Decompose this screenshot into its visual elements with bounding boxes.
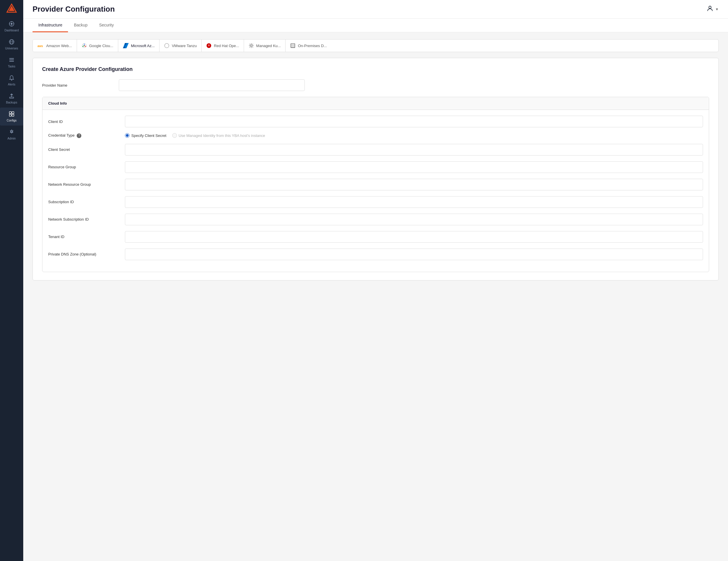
form-title: Create Azure Provider Configuration xyxy=(42,66,709,72)
tab-security[interactable]: Security xyxy=(93,19,120,32)
subscription-id-input[interactable] xyxy=(125,196,703,208)
gcp-icon xyxy=(82,43,87,48)
subscription-id-row: Subscription ID xyxy=(48,196,703,208)
azure-icon xyxy=(123,43,129,48)
provider-tab-aws-label: Amazon Web... xyxy=(46,44,72,48)
dashboard-icon xyxy=(9,21,15,28)
provider-name-input[interactable] xyxy=(119,79,305,91)
svg-rect-19 xyxy=(9,114,11,116)
tenant-id-input[interactable] xyxy=(125,231,703,243)
private-dns-zone-label: Private DNS Zone (Optional) xyxy=(48,252,118,256)
page-title: Provider Configuration xyxy=(33,5,115,14)
vmware-icon xyxy=(164,43,169,48)
sidebar-item-universes-label: Universes xyxy=(5,47,18,50)
provider-tab-aws[interactable]: aws Amazon Web... xyxy=(33,40,77,52)
svg-point-27 xyxy=(165,44,169,48)
sidebar-item-configs[interactable]: Configs xyxy=(0,107,23,125)
tab-backup[interactable]: Backup xyxy=(68,19,93,32)
radio-specify-secret-label: Specify Client Secret xyxy=(131,133,166,138)
aws-icon: aws xyxy=(37,44,44,48)
content-area: aws Amazon Web... Google Clou... Microso… xyxy=(23,32,728,561)
chevron-down-icon: ▼ xyxy=(715,7,719,11)
radio-option-managed-identity[interactable]: Use Managed Identity from this YBA host'… xyxy=(172,133,265,138)
azure-form-card: Create Azure Provider Configuration Prov… xyxy=(33,58,719,280)
tasks-icon xyxy=(9,57,15,64)
private-dns-zone-row: Private DNS Zone (Optional) xyxy=(48,248,703,260)
provider-name-label: Provider Name xyxy=(42,83,112,87)
sidebar-item-alerts-label: Alerts xyxy=(8,83,15,86)
subscription-id-label: Subscription ID xyxy=(48,200,118,204)
sidebar-item-admin[interactable]: Admin xyxy=(0,125,23,144)
credential-type-label: Credential Type ? xyxy=(48,133,118,138)
provider-tab-managed[interactable]: Managed Ku... xyxy=(244,40,286,52)
cloud-info-section: Cloud Info Client ID Credential Type ? xyxy=(42,97,709,272)
onprem-icon xyxy=(290,43,295,48)
backups-icon xyxy=(9,93,15,100)
radio-managed-identity[interactable] xyxy=(172,133,177,138)
provider-tab-gcp[interactable]: Google Clou... xyxy=(77,40,118,52)
resource-group-row: Resource Group xyxy=(48,161,703,173)
network-subscription-id-input[interactable] xyxy=(125,214,703,225)
client-id-label: Client ID xyxy=(48,119,118,124)
svg-rect-11 xyxy=(9,58,14,59)
tenant-id-label: Tenant ID xyxy=(48,234,118,239)
network-resource-group-input[interactable] xyxy=(125,179,703,190)
credential-type-help-icon[interactable]: ? xyxy=(77,133,81,138)
credential-type-radio-group: Specify Client Secret Use Managed Identi… xyxy=(125,133,265,138)
client-id-input[interactable] xyxy=(125,116,703,127)
svg-rect-12 xyxy=(9,60,14,60)
private-dns-zone-input[interactable] xyxy=(125,248,703,260)
svg-point-29 xyxy=(250,45,252,46)
provider-tab-redhat-label: Red Hat Ope... xyxy=(214,44,239,48)
tab-infrastructure[interactable]: Infrastructure xyxy=(33,19,68,32)
svg-rect-13 xyxy=(9,61,14,62)
svg-point-22 xyxy=(709,6,711,8)
sidebar-item-tasks-label: Tasks xyxy=(8,65,15,68)
network-resource-group-label: Network Resource Group xyxy=(48,182,118,187)
sidebar-item-admin-label: Admin xyxy=(8,137,16,140)
client-secret-input[interactable] xyxy=(125,144,703,155)
managed-k8s-icon xyxy=(249,43,254,48)
sidebar-item-backups-label: Backups xyxy=(6,101,17,104)
provider-tab-onprem[interactable]: On-Premises D... xyxy=(286,40,331,52)
provider-tabs: aws Amazon Web... Google Clou... Microso… xyxy=(33,39,719,52)
client-secret-label: Client Secret xyxy=(48,147,118,152)
user-menu[interactable]: ▼ xyxy=(707,5,719,14)
svg-point-3 xyxy=(11,23,12,25)
network-subscription-id-label: Network Subscription ID xyxy=(48,217,118,221)
configs-icon xyxy=(9,111,15,118)
provider-name-row: Provider Name xyxy=(42,79,709,91)
sidebar-logo xyxy=(0,0,23,17)
svg-text:aws: aws xyxy=(37,44,43,48)
cloud-info-body: Client ID Credential Type ? Specify Cl xyxy=(42,110,709,272)
resource-group-input[interactable] xyxy=(125,161,703,173)
provider-tab-gcp-label: Google Clou... xyxy=(89,44,113,48)
cloud-info-header: Cloud Info xyxy=(42,97,709,110)
sidebar-item-alerts[interactable]: Alerts xyxy=(0,71,23,89)
radio-option-specify-secret[interactable]: Specify Client Secret xyxy=(125,133,166,138)
svg-rect-20 xyxy=(12,114,14,116)
network-subscription-id-row: Network Subscription ID xyxy=(48,214,703,225)
client-secret-row: Client Secret xyxy=(48,144,703,155)
client-id-row: Client ID xyxy=(48,116,703,127)
sidebar-item-dashboard[interactable]: Dashboard xyxy=(0,17,23,35)
provider-tab-vmware[interactable]: VMware Tanzu xyxy=(159,40,202,52)
svg-rect-17 xyxy=(9,112,11,114)
provider-tab-redhat[interactable]: Red Hat Ope... xyxy=(202,40,244,52)
provider-tab-azure[interactable]: Microsoft Az... xyxy=(118,40,160,52)
tenant-id-row: Tenant ID xyxy=(48,231,703,243)
main-tabs: Infrastructure Backup Security xyxy=(23,19,728,32)
alerts-icon xyxy=(9,75,15,82)
user-icon xyxy=(707,5,713,14)
main-content: Provider Configuration ▼ Infrastructure … xyxy=(23,0,728,561)
redhat-icon xyxy=(206,43,211,48)
provider-tab-onprem-label: On-Premises D... xyxy=(298,44,327,48)
sidebar-item-universes[interactable]: Universes xyxy=(0,35,23,53)
radio-managed-identity-label: Use Managed Identity from this YBA host'… xyxy=(179,133,265,138)
sidebar-item-backups[interactable]: Backups xyxy=(0,89,23,107)
credential-type-row: Credential Type ? Specify Client Secret … xyxy=(48,133,703,138)
sidebar-item-tasks[interactable]: Tasks xyxy=(0,53,23,71)
sidebar: Dashboard Universes Tasks Alerts Backups… xyxy=(0,0,23,561)
sidebar-item-dashboard-label: Dashboard xyxy=(5,29,19,32)
radio-specify-secret[interactable] xyxy=(125,133,130,138)
